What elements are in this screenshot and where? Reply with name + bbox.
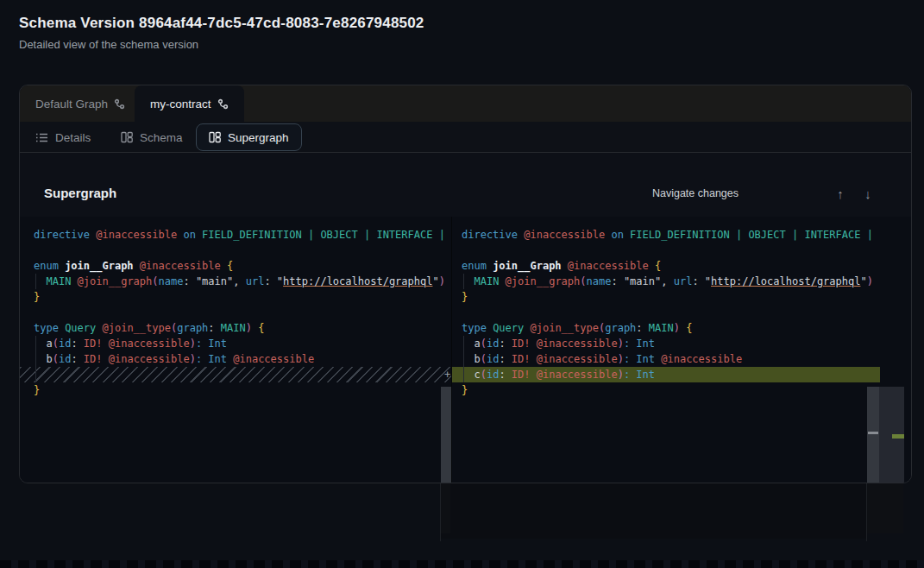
navigate-up-button[interactable]: ↑ (830, 183, 851, 204)
code-token: : (636, 322, 648, 334)
columns-icon (121, 131, 133, 143)
code-link[interactable]: http://localhost/graphql (711, 275, 860, 287)
code-token: @join__graph (78, 275, 153, 287)
code-token: Query (493, 322, 530, 334)
graph-tabstrip: Default Graph my-contract (20, 85, 911, 122)
code-token: join__Graph (493, 260, 568, 272)
insert-marker: + (443, 367, 452, 382)
list-icon (35, 132, 48, 143)
diff-hatch-line (20, 367, 451, 382)
code-token: graph (177, 322, 208, 334)
code-token: ID! (512, 338, 537, 350)
code-line: } (462, 382, 912, 398)
tab-default-graph[interactable]: Default Graph (20, 85, 141, 122)
subtab-schema[interactable]: Schema (121, 122, 183, 153)
code-token: " (860, 275, 866, 287)
indent-guide (35, 336, 36, 382)
bottom-dashed-strip (0, 560, 924, 568)
code-token: b (34, 353, 53, 365)
code-token: @inaccessible (233, 353, 314, 365)
code-token: : (499, 353, 511, 365)
code-token: ID! (512, 353, 537, 365)
code-token: ( (481, 369, 487, 381)
code-token: } (462, 384, 468, 396)
code-token: graph (605, 322, 636, 334)
subtab-details[interactable]: Details (35, 122, 91, 153)
code-token: : (692, 275, 704, 287)
code-line: b(id: ID! @inaccessible): Int @inaccessi… (462, 351, 912, 367)
code-token: @inaccessible (537, 353, 618, 365)
code-token: : (264, 275, 276, 287)
subtab-supergraph[interactable]: Supergraph (196, 123, 302, 151)
code-token: @inaccessible (96, 229, 183, 241)
navigate-changes-label: Navigate changes (652, 187, 739, 199)
code-token: type (34, 322, 65, 334)
navigate-down-button[interactable]: ↓ (858, 183, 878, 204)
code-token: " (277, 275, 283, 287)
code-token: directive (462, 229, 524, 241)
code-token: " (432, 275, 438, 287)
code-token: id (487, 369, 499, 381)
code-line: enum join__Graph @inaccessible { (34, 258, 451, 274)
code-line: type Query @join__type(graph: MAIN) { (34, 320, 451, 336)
code-token: " (705, 275, 711, 287)
code-token: ( (53, 353, 59, 365)
code-token: | (867, 229, 873, 241)
code-token: : Int (624, 353, 661, 365)
code-line: type Query @join__type(graph: MAIN) { (462, 320, 912, 336)
code-token: id (59, 353, 71, 365)
code-token: @join__type (102, 322, 170, 334)
code-token: ( (152, 275, 158, 287)
code-token: MAIN (649, 322, 674, 334)
code-token: on (611, 229, 630, 241)
code-token: enum (34, 260, 65, 272)
code-token: MAIN (474, 275, 505, 287)
code-token: ) (618, 353, 624, 365)
code-token: a (34, 338, 53, 350)
code-token: : (611, 275, 623, 287)
code-token: "main" (624, 275, 661, 287)
code-token: @inaccessible (568, 260, 655, 272)
code-token: { (655, 260, 661, 272)
code-token: : (183, 275, 195, 287)
code-token: MAIN (46, 275, 77, 287)
code-line: } (34, 289, 451, 305)
code-token: : (499, 369, 511, 381)
code-token: @inaccessible (537, 338, 618, 350)
indent-guide (463, 336, 464, 382)
code-token: | (439, 229, 445, 241)
view-subtabs: Details Schema (20, 122, 911, 153)
diff-editor: directive @inaccessible on FIELD_DEFINIT… (20, 217, 912, 483)
subtab-supergraph-label: Supergraph (228, 131, 289, 144)
code-line: enum join__Graph @inaccessible { (462, 258, 912, 274)
code-token: : Int (624, 338, 655, 350)
code-line: } (34, 382, 451, 398)
page-title: Schema Version 8964af44-7dc5-47cd-8083-7… (19, 15, 424, 32)
left-scrollbar-thumb[interactable] (441, 387, 451, 483)
arrow-down-icon: ↓ (864, 186, 871, 201)
code-token: ) (618, 338, 624, 350)
arrow-up-icon: ↑ (837, 186, 844, 201)
minimap-added-marker (892, 434, 904, 439)
code-token: OBJECT (320, 229, 364, 241)
code-line (34, 243, 451, 258)
code-token: FIELD_DEFINITION (630, 229, 736, 241)
code-token: @join__type (530, 322, 598, 334)
code-token: INTERFACE (804, 229, 866, 241)
code-line: a(id: ID! @inaccessible): Int (34, 336, 451, 351)
diff-right-pane[interactable]: directive @inaccessible on FIELD_DEFINIT… (451, 217, 912, 483)
code-token: MAIN (221, 322, 246, 334)
code-token: name (159, 275, 184, 287)
code-token: { (227, 260, 233, 272)
tab-default-graph-label: Default Graph (35, 98, 108, 110)
code-token: join__Graph (65, 260, 140, 272)
right-scrollbar-thumb[interactable] (867, 387, 879, 483)
diff-left-pane[interactable]: directive @inaccessible on FIELD_DEFINIT… (20, 217, 451, 483)
code-token: ) (439, 275, 445, 287)
code-token: url (674, 275, 693, 287)
code-token: "main" (196, 275, 233, 287)
code-token: @inaccessible (109, 338, 190, 350)
tab-my-contract[interactable]: my-contract (135, 85, 244, 122)
code-token: ) (246, 322, 252, 334)
code-link[interactable]: http://localhost/graphql (283, 275, 432, 287)
